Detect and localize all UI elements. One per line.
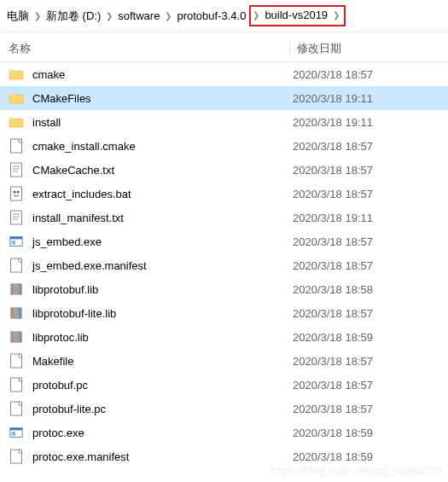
svg-rect-26 (11, 378, 22, 392)
file-date: 2020/3/18 18:59 (286, 427, 445, 439)
file-icon (9, 353, 24, 369)
folder-icon (9, 67, 24, 82)
file-name: libprotobuf.lib (32, 283, 286, 296)
svg-rect-16 (11, 284, 15, 294)
file-name: Makefile (32, 355, 286, 368)
file-name: install (32, 116, 286, 129)
svg-point-6 (14, 191, 16, 194)
file-icon (9, 377, 24, 392)
file-row[interactable]: extract_includes.bat2020/3/18 18:57 (0, 182, 448, 206)
file-icon (9, 210, 24, 225)
file-date: 2020/3/18 18:57 (286, 140, 445, 153)
folder-icon (9, 114, 24, 130)
svg-rect-30 (12, 432, 15, 435)
file-row[interactable]: cmake_install.cmake2020/3/18 18:57 (0, 134, 448, 158)
breadcrumb-item[interactable]: protobuf-3.4.0 (173, 8, 249, 24)
svg-rect-14 (12, 241, 15, 244)
file-date: 2020/3/18 18:57 (286, 379, 445, 392)
svg-rect-22 (11, 332, 15, 342)
file-row[interactable]: install2020/3/18 19:11 (0, 110, 448, 134)
svg-rect-13 (10, 237, 22, 240)
file-date: 2020/3/18 18:59 (286, 331, 445, 344)
svg-rect-31 (11, 450, 22, 463)
breadcrumb: 电脑 ❯ 新加卷 (D:) ❯ software ❯ protobuf-3.4.… (0, 0, 448, 32)
file-name: protobuf-lite.pc (32, 403, 286, 415)
file-name: libprotoc.lib (32, 331, 286, 344)
svg-point-7 (17, 191, 20, 194)
file-date: 2020/3/18 18:57 (286, 164, 445, 177)
file-name: protobuf.pc (32, 379, 286, 392)
file-row[interactable]: cmake2020/3/18 18:57 (0, 62, 448, 86)
chevron-right-icon[interactable]: ❯ (163, 11, 173, 20)
file-row[interactable]: protoc.exe.manifest2020/3/18 18:59 (0, 444, 448, 468)
file-date: 2020/3/18 18:58 (286, 283, 445, 296)
file-date: 2020/3/18 19:11 (286, 116, 445, 129)
file-row[interactable]: libprotobuf.lib2020/3/18 18:58 (0, 277, 448, 301)
svg-rect-21 (19, 308, 22, 318)
file-row[interactable]: protobuf-lite.pc2020/3/18 18:57 (0, 397, 448, 421)
file-date: 2020/3/18 19:11 (286, 92, 445, 105)
svg-rect-1 (11, 163, 22, 177)
svg-rect-23 (15, 332, 18, 342)
folder-icon (9, 90, 24, 106)
chevron-right-icon[interactable]: ❯ (104, 11, 114, 20)
breadcrumb-item[interactable]: software (114, 8, 163, 24)
file-icon (9, 425, 24, 440)
file-icon (9, 449, 24, 464)
file-row[interactable]: js_embed.exe2020/3/18 18:57 (0, 229, 448, 253)
chevron-right-icon[interactable]: ❯ (32, 11, 43, 20)
file-name: js_embed.exe.manifest (32, 259, 286, 272)
file-date: 2020/3/18 18:59 (286, 450, 445, 463)
column-header-date[interactable]: 修改日期 (289, 41, 445, 56)
file-date: 2020/3/18 18:57 (286, 188, 445, 200)
file-date: 2020/3/18 18:57 (286, 403, 445, 415)
svg-rect-29 (10, 428, 22, 431)
file-date: 2020/3/18 18:57 (286, 68, 445, 81)
file-list: cmake2020/3/18 18:57CMakeFiles2020/3/18 … (0, 62, 448, 468)
svg-rect-27 (11, 402, 22, 415)
file-name: CMakeCache.txt (32, 164, 286, 177)
file-date: 2020/3/18 19:11 (286, 212, 445, 224)
file-icon (9, 305, 24, 321)
column-headers: 名称 修改日期 (0, 32, 448, 62)
svg-rect-20 (15, 308, 18, 318)
file-date: 2020/3/18 18:57 (286, 307, 445, 320)
file-icon (9, 282, 24, 297)
file-row[interactable]: libprotoc.lib2020/3/18 18:59 (0, 325, 448, 349)
svg-rect-5 (11, 187, 22, 200)
svg-rect-15 (11, 258, 22, 272)
svg-rect-0 (11, 139, 22, 153)
file-row[interactable]: CMakeCache.txt2020/3/18 18:57 (0, 158, 448, 182)
file-row[interactable]: CMakeFiles2020/3/18 19:11 (0, 86, 448, 110)
file-row[interactable]: js_embed.exe.manifest2020/3/18 18:57 (0, 253, 448, 277)
breadcrumb-item[interactable]: build-vs2019 (261, 7, 331, 23)
file-icon (9, 138, 24, 154)
breadcrumb-item[interactable]: 电脑 (3, 7, 32, 26)
file-date: 2020/3/18 18:57 (286, 355, 445, 368)
file-icon (9, 234, 24, 249)
file-date: 2020/3/18 18:57 (286, 235, 445, 248)
file-name: cmake_install.cmake (32, 140, 286, 153)
file-row[interactable]: protobuf.pc2020/3/18 18:57 (0, 373, 448, 397)
column-header-name[interactable]: 名称 (3, 41, 289, 56)
svg-rect-25 (11, 354, 22, 368)
svg-rect-17 (15, 284, 18, 294)
file-icon (9, 401, 24, 416)
file-name: js_embed.exe (32, 235, 286, 248)
file-row[interactable]: install_manifest.txt2020/3/18 19:11 (0, 206, 448, 229)
chevron-right-icon[interactable]: ❯ (331, 10, 341, 20)
file-name: extract_includes.bat (32, 188, 286, 200)
svg-rect-8 (11, 211, 22, 224)
file-name: CMakeFiles (32, 92, 286, 105)
file-name: libprotobuf-lite.lib (32, 307, 286, 320)
breadcrumb-highlight: ❯ build-vs2019 ❯ (249, 5, 346, 26)
breadcrumb-item[interactable]: 新加卷 (D:) (43, 7, 104, 26)
file-row[interactable]: Makefile2020/3/18 18:57 (0, 349, 448, 373)
file-name: protoc.exe.manifest (32, 450, 286, 463)
file-row[interactable]: protoc.exe2020/3/18 18:59 (0, 421, 448, 444)
file-row[interactable]: libprotobuf-lite.lib2020/3/18 18:57 (0, 301, 448, 325)
svg-rect-19 (11, 308, 15, 318)
svg-rect-18 (19, 284, 22, 294)
chevron-right-icon[interactable]: ❯ (251, 10, 261, 20)
file-date: 2020/3/18 18:57 (286, 259, 445, 272)
